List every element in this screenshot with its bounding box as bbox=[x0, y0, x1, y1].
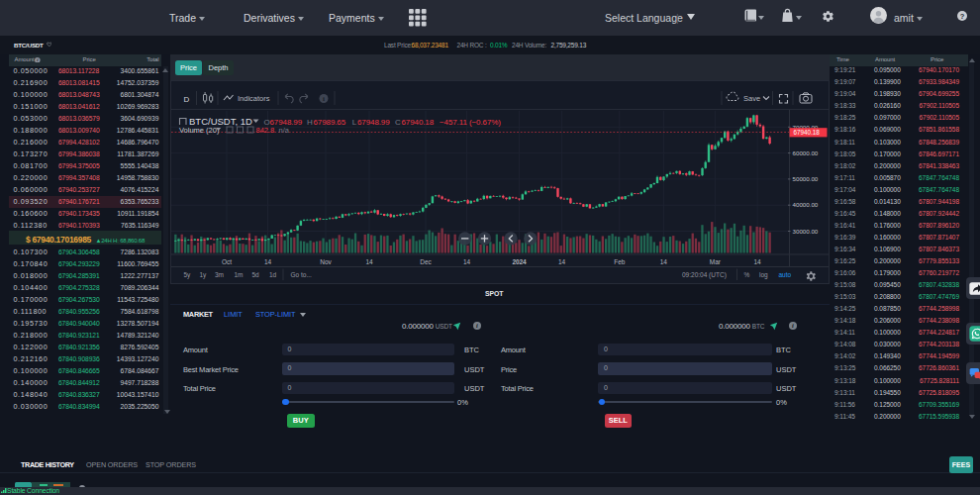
svg-text:?: ? bbox=[959, 12, 964, 21]
svg-text:5y: 5y bbox=[184, 271, 192, 279]
svg-text:i: i bbox=[323, 95, 325, 103]
svg-text:Dec: Dec bbox=[420, 258, 432, 265]
svg-text:2024: 2024 bbox=[513, 258, 528, 265]
svg-text:60000.00: 60000.00 bbox=[793, 149, 819, 156]
svg-text:1y: 1y bbox=[200, 271, 208, 279]
svg-text:auto: auto bbox=[779, 271, 792, 278]
svg-text:i: i bbox=[792, 322, 794, 329]
svg-text:67940.18: 67940.18 bbox=[402, 118, 435, 127]
svg-text:14: 14 bbox=[365, 258, 373, 265]
svg-text:D: D bbox=[184, 95, 190, 104]
svg-text:14: 14 bbox=[660, 258, 668, 265]
svg-text:3m: 3m bbox=[215, 271, 224, 278]
svg-text:Feb: Feb bbox=[614, 258, 625, 265]
svg-text:Go to...: Go to... bbox=[291, 271, 313, 278]
svg-text:C: C bbox=[395, 118, 401, 127]
svg-text:14: 14 bbox=[463, 258, 471, 265]
svg-text:Save: Save bbox=[743, 94, 760, 103]
svg-text:67989.65: 67989.65 bbox=[314, 118, 346, 127]
svg-text:14: 14 bbox=[264, 258, 272, 265]
svg-text:40000.00: 40000.00 bbox=[793, 201, 819, 208]
svg-text:Oct: Oct bbox=[222, 258, 232, 265]
svg-text:67948.99: 67948.99 bbox=[357, 118, 390, 127]
svg-text:67940.18: 67940.18 bbox=[794, 129, 821, 136]
svg-text:1d: 1d bbox=[269, 271, 277, 278]
svg-text:14: 14 bbox=[558, 258, 566, 265]
svg-text:30000.00: 30000.00 bbox=[793, 228, 819, 235]
svg-text:−457.11 (−0.67%): −457.11 (−0.67%) bbox=[440, 118, 501, 127]
svg-text:Mar: Mar bbox=[710, 258, 722, 265]
svg-text:5d: 5d bbox=[252, 271, 260, 278]
svg-text:%: % bbox=[744, 271, 750, 278]
svg-text:09:20:04 (UTC): 09:20:04 (UTC) bbox=[682, 271, 727, 279]
svg-text:H: H bbox=[307, 118, 313, 127]
svg-text:n/a: n/a bbox=[279, 126, 290, 135]
svg-text:Volume (20): Volume (20) bbox=[179, 126, 220, 135]
svg-text:1m: 1m bbox=[235, 271, 244, 278]
svg-text:i: i bbox=[476, 322, 478, 329]
svg-text:L: L bbox=[352, 118, 357, 127]
svg-text:50000.00: 50000.00 bbox=[793, 175, 819, 182]
svg-text:842.8: 842.8 bbox=[256, 126, 275, 135]
svg-text:Indicators: Indicators bbox=[238, 94, 270, 103]
svg-text:14: 14 bbox=[754, 258, 762, 265]
svg-text:log: log bbox=[759, 271, 768, 279]
svg-text:Nov: Nov bbox=[320, 258, 332, 265]
